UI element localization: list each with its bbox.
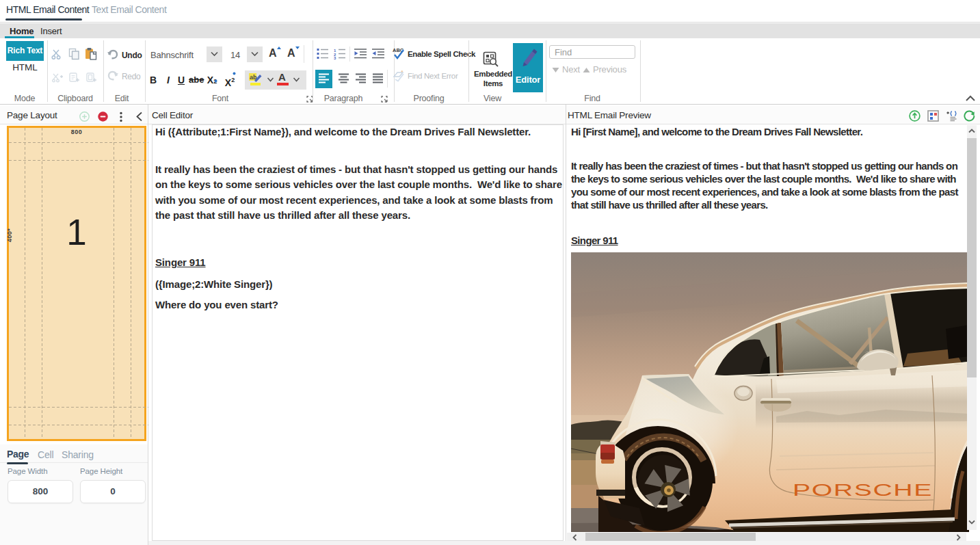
svg-text:PORSCHE: PORSCHE (793, 481, 933, 499)
svg-text:3: 3 (334, 56, 336, 59)
